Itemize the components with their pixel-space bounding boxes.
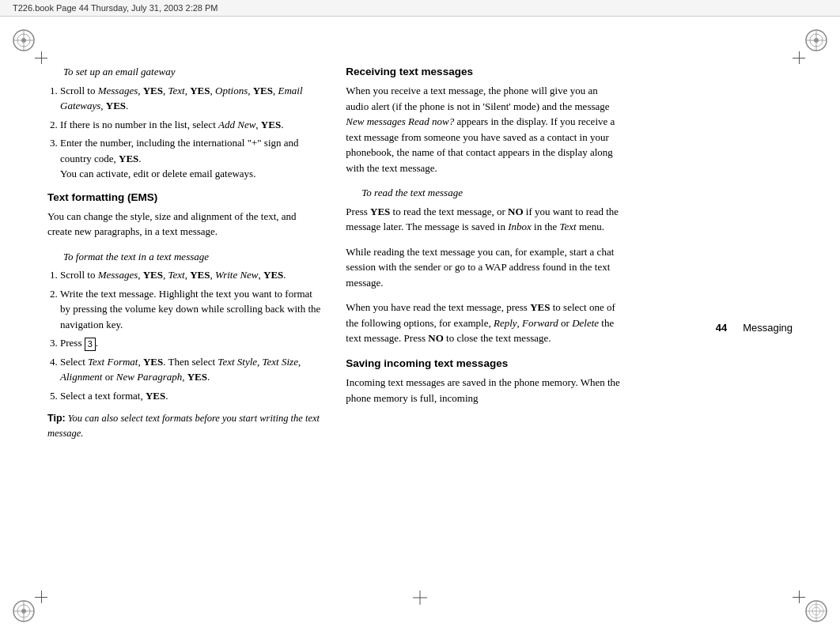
read-body: Press YES to read the text message, or N… [346, 204, 620, 235]
email-step-1: Scroll to Messages, YES, Text, YES, Opti… [60, 83, 322, 114]
tip-label: Tip: [47, 413, 66, 424]
footer-section: Messaging [743, 322, 793, 334]
format-heading: To format the text in a text message [47, 249, 322, 265]
read-heading: To read the text message [346, 185, 620, 201]
footer-page-number: 44 [716, 322, 727, 334]
format-step-3: Press 3. [60, 335, 322, 351]
email-step-3: Enter the number, including the internat… [60, 135, 322, 182]
ems-body: You can change the style, size and align… [47, 209, 322, 240]
left-column: To set up an email gateway Scroll to Mes… [47, 64, 322, 591]
format-step-1: Scroll to Messages, YES, Text, YES, Writ… [60, 267, 322, 283]
corner-spiral-bl [11, 598, 36, 627]
receiving-title: Receiving text messages [346, 64, 620, 80]
format-step-4: Select Text Format, YES. Then select Tex… [60, 354, 322, 385]
email-step-3-sub: You can activate, edit or delete email g… [60, 168, 255, 179]
format-step-2: Write the text message. Highlight the te… [60, 286, 322, 333]
saving-title: Saving incoming text messages [346, 356, 620, 372]
email-gateway-heading: To set up an email gateway [47, 64, 322, 80]
receiving-body: When you receive a text message, the pho… [346, 83, 620, 176]
corner-circle-tr [804, 28, 829, 56]
tip-block: Tip: You can also select text formats be… [47, 411, 322, 441]
main-content: To set up an email gateway Scroll to Mes… [0, 17, 668, 638]
tip-text: You can also select text formats before … [47, 413, 320, 439]
key-icon: 3 [85, 338, 96, 351]
page-container: T226.book Page 44 Thursday, July 31, 200… [0, 0, 840, 638]
saving-body: Incoming text messages are saved in the … [346, 375, 620, 406]
header-text: T226.book Page 44 Thursday, July 31, 200… [13, 3, 218, 13]
crosshair-bottom-center [413, 591, 427, 608]
format-steps: Scroll to Messages, YES, Text, YES, Writ… [60, 267, 322, 403]
while-reading-body: While reading the text message you can, … [346, 244, 620, 291]
email-step-2: If there is no number in the list, selec… [60, 117, 322, 133]
ems-title: Text formatting (EMS) [47, 190, 322, 206]
crosshair-top-left [35, 51, 47, 64]
crosshair-bottom-left [35, 591, 47, 603]
corner-spiral-tl [11, 28, 36, 56]
when-read-body: When you have read the text message, pre… [346, 300, 620, 346]
right-column: Receiving text messages When you receive… [346, 64, 620, 591]
format-step-5: Select a text format, YES. [60, 388, 322, 404]
corner-decor-br [804, 598, 829, 627]
page-content: To set up an email gateway Scroll to Mes… [0, 17, 840, 638]
header-bar: T226.book Page 44 Thursday, July 31, 200… [0, 0, 840, 17]
email-gateway-steps: Scroll to Messages, YES, Text, YES, Opti… [60, 83, 322, 182]
footer-bar: 44 Messaging [668, 17, 840, 638]
